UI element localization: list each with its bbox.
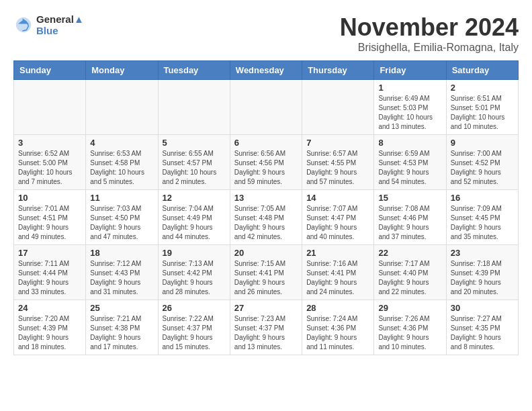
calendar-cell	[14, 80, 86, 135]
calendar-cell: 1Sunrise: 6:49 AM Sunset: 5:03 PM Daylig…	[374, 80, 446, 135]
calendar-cell: 18Sunrise: 7:12 AM Sunset: 4:43 PM Dayli…	[86, 245, 158, 300]
day-number: 18	[90, 248, 153, 258]
day-info: Sunrise: 6:51 AM Sunset: 5:01 PM Dayligh…	[451, 94, 514, 132]
day-number: 26	[163, 303, 226, 313]
month-title: November 2024	[340, 13, 519, 42]
header-monday: Monday	[86, 61, 158, 80]
calendar-cell: 19Sunrise: 7:13 AM Sunset: 4:42 PM Dayli…	[158, 245, 230, 300]
day-number: 29	[378, 303, 441, 313]
day-number: 24	[18, 303, 81, 313]
calendar-cell	[158, 80, 230, 135]
day-number: 19	[163, 248, 226, 258]
day-info: Sunrise: 7:01 AM Sunset: 4:51 PM Dayligh…	[18, 204, 81, 242]
day-info: Sunrise: 7:12 AM Sunset: 4:43 PM Dayligh…	[90, 259, 153, 297]
day-info: Sunrise: 6:55 AM Sunset: 4:57 PM Dayligh…	[163, 149, 226, 187]
header-friday: Friday	[374, 61, 446, 80]
title-section: November 2024 Brisighella, Emilia-Romagn…	[340, 13, 519, 54]
day-info: Sunrise: 7:17 AM Sunset: 4:40 PM Dayligh…	[378, 259, 441, 297]
day-number: 12	[163, 193, 226, 203]
calendar-week-row: 10Sunrise: 7:01 AM Sunset: 4:51 PM Dayli…	[14, 190, 519, 245]
calendar-cell: 15Sunrise: 7:08 AM Sunset: 4:46 PM Dayli…	[374, 190, 446, 245]
day-info: Sunrise: 7:08 AM Sunset: 4:46 PM Dayligh…	[378, 204, 441, 242]
calendar-cell: 2Sunrise: 6:51 AM Sunset: 5:01 PM Daylig…	[446, 80, 518, 135]
calendar-cell: 26Sunrise: 7:22 AM Sunset: 4:37 PM Dayli…	[158, 300, 230, 355]
day-info: Sunrise: 7:20 AM Sunset: 4:39 PM Dayligh…	[18, 314, 81, 352]
calendar-week-row: 3Sunrise: 6:52 AM Sunset: 5:00 PM Daylig…	[14, 135, 519, 190]
day-info: Sunrise: 6:52 AM Sunset: 5:00 PM Dayligh…	[18, 149, 81, 187]
calendar-cell	[302, 80, 374, 135]
day-info: Sunrise: 7:18 AM Sunset: 4:39 PM Dayligh…	[451, 259, 514, 297]
calendar-cell: 5Sunrise: 6:55 AM Sunset: 4:57 PM Daylig…	[158, 135, 230, 190]
day-number: 28	[306, 303, 369, 313]
day-info: Sunrise: 7:03 AM Sunset: 4:50 PM Dayligh…	[90, 204, 153, 242]
day-number: 14	[306, 193, 369, 203]
day-info: Sunrise: 6:53 AM Sunset: 4:58 PM Dayligh…	[90, 149, 153, 187]
day-number: 7	[306, 138, 369, 148]
page-header: General▲ Blue November 2024 Brisighella,…	[13, 13, 519, 54]
day-number: 22	[378, 248, 441, 258]
calendar-header-row: SundayMondayTuesdayWednesdayThursdayFrid…	[14, 61, 519, 80]
calendar-week-row: 1Sunrise: 6:49 AM Sunset: 5:03 PM Daylig…	[14, 80, 519, 135]
logo-icon	[13, 15, 34, 35]
calendar-cell: 11Sunrise: 7:03 AM Sunset: 4:50 PM Dayli…	[86, 190, 158, 245]
header-saturday: Saturday	[446, 61, 518, 80]
calendar-cell: 24Sunrise: 7:20 AM Sunset: 4:39 PM Dayli…	[14, 300, 86, 355]
calendar-cell: 17Sunrise: 7:11 AM Sunset: 4:44 PM Dayli…	[14, 245, 86, 300]
day-info: Sunrise: 7:21 AM Sunset: 4:38 PM Dayligh…	[90, 314, 153, 352]
day-number: 17	[18, 248, 81, 258]
day-number: 11	[90, 193, 153, 203]
calendar-cell: 25Sunrise: 7:21 AM Sunset: 4:38 PM Dayli…	[86, 300, 158, 355]
day-number: 25	[90, 303, 153, 313]
day-number: 30	[451, 303, 514, 313]
header-sunday: Sunday	[14, 61, 86, 80]
day-info: Sunrise: 7:11 AM Sunset: 4:44 PM Dayligh…	[18, 259, 81, 297]
calendar-cell: 14Sunrise: 7:07 AM Sunset: 4:47 PM Dayli…	[302, 190, 374, 245]
header-tuesday: Tuesday	[158, 61, 230, 80]
day-info: Sunrise: 7:22 AM Sunset: 4:37 PM Dayligh…	[163, 314, 226, 352]
day-number: 10	[18, 193, 81, 203]
day-info: Sunrise: 7:16 AM Sunset: 4:41 PM Dayligh…	[306, 259, 369, 297]
calendar-cell: 27Sunrise: 7:23 AM Sunset: 4:37 PM Dayli…	[230, 300, 302, 355]
calendar-cell	[86, 80, 158, 135]
calendar-cell: 8Sunrise: 6:59 AM Sunset: 4:53 PM Daylig…	[374, 135, 446, 190]
day-number: 20	[234, 248, 298, 258]
day-info: Sunrise: 7:26 AM Sunset: 4:36 PM Dayligh…	[378, 314, 441, 352]
day-info: Sunrise: 6:57 AM Sunset: 4:55 PM Dayligh…	[306, 149, 369, 187]
calendar-week-row: 17Sunrise: 7:11 AM Sunset: 4:44 PM Dayli…	[14, 245, 519, 300]
day-number: 1	[378, 83, 441, 93]
calendar-cell: 9Sunrise: 7:00 AM Sunset: 4:52 PM Daylig…	[446, 135, 518, 190]
day-info: Sunrise: 6:59 AM Sunset: 4:53 PM Dayligh…	[378, 149, 441, 187]
day-info: Sunrise: 7:15 AM Sunset: 4:41 PM Dayligh…	[234, 259, 298, 297]
calendar-cell: 7Sunrise: 6:57 AM Sunset: 4:55 PM Daylig…	[302, 135, 374, 190]
logo-text: General▲ Blue	[36, 13, 84, 36]
header-thursday: Thursday	[302, 61, 374, 80]
day-info: Sunrise: 6:56 AM Sunset: 4:56 PM Dayligh…	[234, 149, 298, 187]
calendar-cell: 20Sunrise: 7:15 AM Sunset: 4:41 PM Dayli…	[230, 245, 302, 300]
day-info: Sunrise: 7:05 AM Sunset: 4:48 PM Dayligh…	[234, 204, 298, 242]
day-number: 16	[451, 193, 514, 203]
calendar-cell: 16Sunrise: 7:09 AM Sunset: 4:45 PM Dayli…	[446, 190, 518, 245]
day-number: 21	[306, 248, 369, 258]
calendar-cell: 12Sunrise: 7:04 AM Sunset: 4:49 PM Dayli…	[158, 190, 230, 245]
day-info: Sunrise: 7:00 AM Sunset: 4:52 PM Dayligh…	[451, 149, 514, 187]
calendar-cell: 28Sunrise: 7:24 AM Sunset: 4:36 PM Dayli…	[302, 300, 374, 355]
calendar-cell: 30Sunrise: 7:27 AM Sunset: 4:35 PM Dayli…	[446, 300, 518, 355]
day-number: 6	[234, 138, 298, 148]
calendar-table: SundayMondayTuesdayWednesdayThursdayFrid…	[13, 60, 519, 355]
calendar-cell: 23Sunrise: 7:18 AM Sunset: 4:39 PM Dayli…	[446, 245, 518, 300]
day-number: 4	[90, 138, 153, 148]
calendar-cell: 22Sunrise: 7:17 AM Sunset: 4:40 PM Dayli…	[374, 245, 446, 300]
calendar-cell: 10Sunrise: 7:01 AM Sunset: 4:51 PM Dayli…	[14, 190, 86, 245]
day-number: 8	[378, 138, 441, 148]
day-info: Sunrise: 7:13 AM Sunset: 4:42 PM Dayligh…	[163, 259, 226, 297]
calendar-cell: 6Sunrise: 6:56 AM Sunset: 4:56 PM Daylig…	[230, 135, 302, 190]
day-info: Sunrise: 7:07 AM Sunset: 4:47 PM Dayligh…	[306, 204, 369, 242]
calendar-cell: 21Sunrise: 7:16 AM Sunset: 4:41 PM Dayli…	[302, 245, 374, 300]
day-info: Sunrise: 7:09 AM Sunset: 4:45 PM Dayligh…	[451, 204, 514, 242]
logo: General▲ Blue	[13, 13, 84, 36]
calendar-week-row: 24Sunrise: 7:20 AM Sunset: 4:39 PM Dayli…	[14, 300, 519, 355]
day-info: Sunrise: 7:27 AM Sunset: 4:35 PM Dayligh…	[451, 314, 514, 352]
day-number: 27	[234, 303, 298, 313]
day-number: 13	[234, 193, 298, 203]
calendar-cell: 4Sunrise: 6:53 AM Sunset: 4:58 PM Daylig…	[86, 135, 158, 190]
